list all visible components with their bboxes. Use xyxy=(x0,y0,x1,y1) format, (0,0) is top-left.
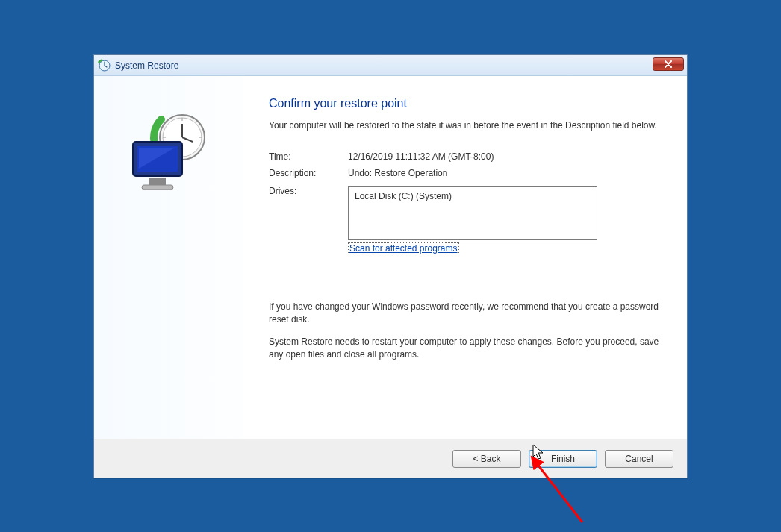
intro-text: Your computer will be restored to the st… xyxy=(269,119,662,132)
description-label: Description: xyxy=(269,168,348,178)
time-value: 12/16/2019 11:11:32 AM (GMT-8:00) xyxy=(348,151,662,162)
svg-rect-12 xyxy=(142,185,173,190)
back-button[interactable]: < Back xyxy=(452,450,521,468)
wizard-sidebar xyxy=(94,76,243,439)
page-heading: Confirm your restore point xyxy=(269,97,662,110)
drives-label: Drives: xyxy=(269,186,348,196)
dialog-body: Confirm your restore point Your computer… xyxy=(94,76,687,439)
close-button[interactable] xyxy=(653,57,684,71)
drives-listbox[interactable]: Local Disk (C:) (System) xyxy=(348,186,597,240)
description-row: Description: Undo: Restore Operation xyxy=(269,168,662,178)
time-label: Time: xyxy=(269,151,348,162)
window-title: System Restore xyxy=(115,60,178,71)
fields-group: Time: 12/16/2019 11:11:32 AM (GMT-8:00) … xyxy=(269,151,662,254)
scan-affected-link[interactable]: Scan for affected programs xyxy=(348,242,459,254)
notes: If you have changed your Windows passwor… xyxy=(269,301,662,361)
drives-column: Local Disk (C:) (System) Scan for affect… xyxy=(348,186,597,254)
drives-row: Drives: Local Disk (C:) (System) Scan fo… xyxy=(269,186,662,254)
system-restore-icon xyxy=(97,58,112,73)
description-value: Undo: Restore Operation xyxy=(348,168,662,178)
svg-rect-11 xyxy=(149,178,166,185)
note-restart: System Restore needs to restart your com… xyxy=(269,336,662,361)
time-row: Time: 12/16/2019 11:11:32 AM (GMT-8:00) xyxy=(269,151,662,162)
titlebar: System Restore xyxy=(94,55,687,76)
wizard-footer: < Back Finish Cancel xyxy=(94,439,687,478)
wizard-main: Confirm your restore point Your computer… xyxy=(243,76,687,439)
drives-item: Local Disk (C:) (System) xyxy=(355,191,452,201)
note-password: If you have changed your Windows passwor… xyxy=(269,301,662,326)
system-restore-window: System Restore xyxy=(93,54,688,478)
cancel-button[interactable]: Cancel xyxy=(605,450,673,468)
finish-button[interactable]: Finish xyxy=(529,450,597,468)
restore-graphic-icon xyxy=(116,106,221,210)
